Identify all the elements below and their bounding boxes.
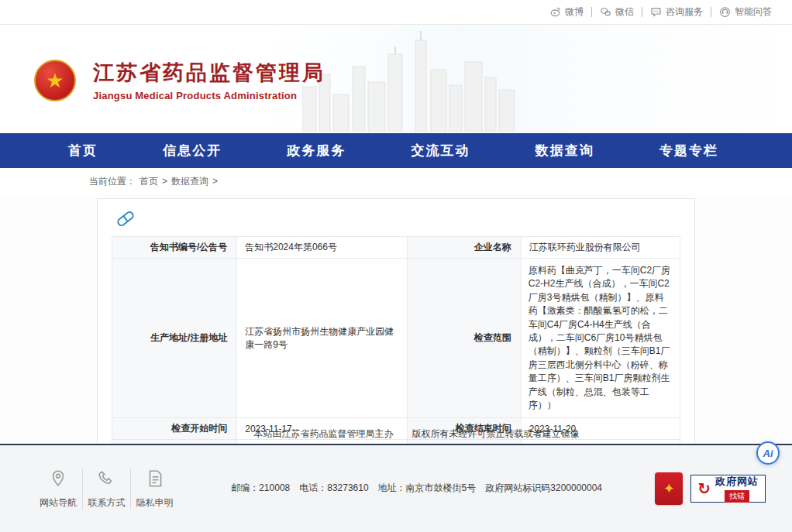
capsule-icon-wrap [112, 208, 680, 228]
breadcrumb-separator: > [212, 176, 218, 187]
smart-qa-label: 智能问答 [735, 5, 772, 19]
footer-line-host: 本站由江苏省药品监督管理局主办 版权所有未经许可禁止转载或者建立镜像 [194, 425, 639, 443]
footer-quick-links: 网站导航 联系方式 隐私申明 [34, 469, 178, 510]
brand: ★ 江苏省药品监督管理局 Jiangsu Medical Products Ad… [0, 25, 792, 101]
gov-site-find-error-badge[interactable]: ↻ 政府网站 找错 [690, 475, 766, 503]
footer-line-contact: 邮编：210008 电话：83273610 地址：南京市鼓楼街5号 政府网站标识… [194, 479, 639, 497]
footer-link-label: 隐私申明 [136, 496, 174, 510]
nav-item-data-query[interactable]: 数据查询 [535, 142, 594, 160]
wechat-icon [600, 6, 611, 18]
footer-link-contact[interactable]: 联系方式 [82, 469, 130, 510]
footer-info: 本站由江苏省药品监督管理局主办 版权所有未经许可禁止转载或者建立镜像 邮编：21… [194, 389, 639, 532]
top-utility-bar: 微博 微信 咨询服务 智能问答 [0, 0, 792, 25]
gov-agency-badge[interactable]: ✦ [655, 472, 683, 505]
breadcrumb-section-link[interactable]: 数据查询 [171, 175, 208, 188]
brand-text: 江苏省药品监督管理局 Jiangsu Medical Products Admi… [93, 59, 325, 101]
footer-link-label: 网站导航 [40, 496, 77, 510]
consult-service-label: 咨询服务 [666, 5, 703, 19]
breadcrumb-separator: > [162, 176, 167, 187]
table-row: 告知书编号/公告号 告知书2024年第066号 企业名称 江苏联环药业股份有限公… [112, 237, 680, 259]
document-icon [145, 469, 165, 492]
capsule-pill-icon [115, 209, 136, 227]
consult-service-link[interactable]: 咨询服务 [642, 5, 711, 19]
site-header: ★ 江苏省药品监督管理局 Jiangsu Medical Products Ad… [0, 25, 792, 133]
breadcrumb-prefix: 当前位置： [89, 175, 136, 188]
national-emblem-logo: ★ [34, 60, 76, 101]
field-value-company-name: 江苏联环药业股份有限公司 [521, 237, 680, 259]
footer-badges: ✦ ↻ 政府网站 找错 [655, 472, 766, 505]
field-label-company-name: 企业名称 [408, 237, 522, 259]
breadcrumb-home-link[interactable]: 首页 [139, 175, 158, 188]
footer-link-label: 联系方式 [88, 496, 126, 510]
breadcrumb: 当前位置： 首页 > 数据查询 > [0, 168, 792, 194]
wechat-link[interactable]: 微信 [592, 5, 642, 19]
map-pin-icon [48, 469, 68, 492]
primary-nav: 首页 信息公开 政务服务 交流互动 数据查询 专题专栏 [0, 133, 792, 168]
find-error-title: 政府网站 [715, 475, 759, 489]
star-icon: ★ [46, 70, 64, 91]
emblem-icon: ✦ [663, 480, 675, 497]
wechat-label: 微信 [615, 5, 634, 19]
site-subtitle: Jiangsu Medical Products Administration [93, 90, 325, 101]
weibo-icon [549, 6, 561, 18]
ai-assistant-button[interactable]: Ai [756, 441, 780, 465]
weibo-label: 微博 [565, 5, 584, 19]
find-error-subtitle: 找错 [725, 490, 749, 503]
nav-item-interaction[interactable]: 交流互动 [411, 142, 470, 160]
nav-item-gov-services[interactable]: 政务服务 [287, 142, 346, 160]
phone-icon [97, 469, 117, 492]
page: 微博 微信 咨询服务 智能问答 [0, 0, 792, 532]
chat-bubble-icon [650, 6, 662, 18]
footer-link-sitemap[interactable]: 网站导航 [34, 469, 82, 510]
field-label-notice-number: 告知书编号/公告号 [112, 237, 237, 259]
site-footer: 网站导航 联系方式 隐私申明 本站由江苏省药品监督管理局主办 版权所有未经许可禁… [0, 444, 792, 532]
weibo-link[interactable]: 微博 [542, 5, 591, 19]
nav-item-info-disclosure[interactable]: 信息公开 [163, 142, 222, 160]
smart-qa-link[interactable]: 智能问答 [711, 5, 780, 19]
footer-link-privacy[interactable]: 隐私申明 [130, 469, 178, 510]
nav-item-home[interactable]: 首页 [68, 142, 98, 160]
nav-item-special-topics[interactable]: 专题专栏 [659, 142, 718, 160]
site-title: 江苏省药品监督管理局 [93, 59, 325, 87]
find-error-swirl-icon: ↻ [697, 481, 711, 496]
headset-icon [719, 6, 731, 18]
field-value-notice-number: 告知书2024年第066号 [237, 237, 408, 259]
